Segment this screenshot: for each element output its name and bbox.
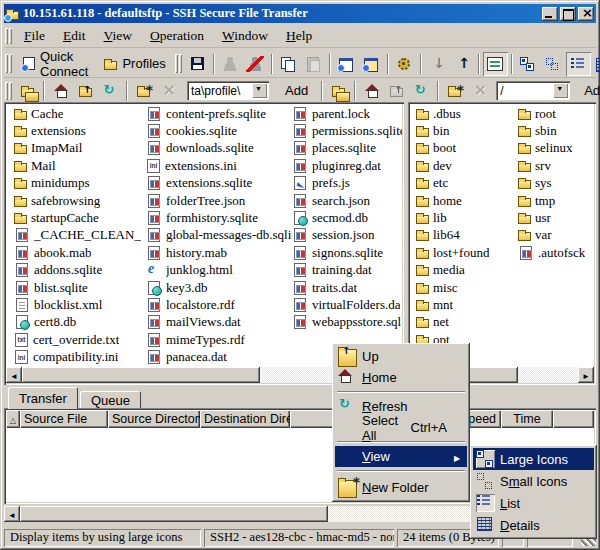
folder-file[interactable]: etc <box>416 175 518 192</box>
folder-file[interactable]: minidumps <box>14 175 146 192</box>
doc-file[interactable]: cookies.sqlite <box>146 122 292 139</box>
details-toolbar-button[interactable] <box>591 52 600 76</box>
queue-tab[interactable]: Queue <box>80 391 141 409</box>
folder-file[interactable]: safebrowsing <box>14 192 146 209</box>
folder-file[interactable]: var <box>518 227 594 244</box>
remote-path-dropdown-icon[interactable] <box>553 83 568 98</box>
folder-file[interactable]: mnt <box>416 296 518 313</box>
doc-file[interactable]: blist.sqlite <box>14 279 146 296</box>
folder-file[interactable]: tmp <box>518 192 594 209</box>
win-folder-toolbar-button[interactable] <box>359 52 384 76</box>
toolbar-gripper[interactable] <box>5 78 12 103</box>
home-menu-item[interactable]: Home <box>335 367 467 388</box>
user-toolbar-button[interactable] <box>218 52 243 76</box>
view-menu-item[interactable]: View <box>335 446 467 467</box>
folder-file[interactable]: Cache <box>14 105 146 122</box>
ini-file[interactable]: compatibility.ini <box>14 348 146 365</box>
folder-file[interactable]: selinux <box>518 140 594 157</box>
folder-cd-local-toolbar-button[interactable] <box>15 79 40 103</box>
edit-menu[interactable]: Edit <box>54 26 95 46</box>
doc-file[interactable]: webappsstore.sql <box>292 314 402 331</box>
folder-file[interactable]: dev <box>416 157 518 174</box>
scrollbar-thumb[interactable] <box>20 506 328 522</box>
doc-file[interactable]: session.json <box>292 227 402 244</box>
local-path-combobox[interactable]: ta\profile\ <box>187 81 269 100</box>
doc-file[interactable]: folderTree.json <box>146 192 292 209</box>
doc-file[interactable]: places.sqlite <box>292 140 402 157</box>
doc-file[interactable]: training.dat <box>292 262 402 279</box>
toolbar-gripper[interactable] <box>5 50 12 77</box>
folder-file[interactable]: srv <box>518 157 594 174</box>
new-folder-menu-item[interactable]: New Folder <box>335 475 467 499</box>
time-column-header[interactable]: Time <box>501 410 553 428</box>
up-folder-menu-item[interactable]: Up <box>335 346 467 367</box>
folder-file[interactable]: home <box>416 192 518 209</box>
folder-file[interactable]: root <box>518 105 594 122</box>
details-menu-item[interactable]: Details <box>473 514 594 536</box>
doc-file[interactable]: parent.lock <box>292 105 402 122</box>
doc-file[interactable]: addons.sqlite <box>14 262 146 279</box>
doc-file[interactable]: content-prefs.sqlite <box>146 105 292 122</box>
arrow-down-toolbar-button[interactable] <box>425 52 450 76</box>
folder-file[interactable]: boot <box>416 140 518 157</box>
doc-file[interactable]: search.json <box>292 192 402 209</box>
doc-file[interactable]: permissions.sqlite <box>292 122 402 139</box>
maximize-window-button[interactable] <box>560 7 576 21</box>
profiles-button[interactable]: Profiles <box>96 52 173 76</box>
doc-file[interactable]: virtualFolders.da <box>292 296 402 313</box>
minimize-window-button[interactable] <box>542 7 558 21</box>
file-menu[interactable]: File <box>15 26 54 46</box>
remote-path-value[interactable]: / <box>498 83 553 98</box>
new-folder-remote-toolbar-button[interactable] <box>442 79 467 103</box>
doc-file[interactable]: formhistory.sqlite <box>146 209 292 226</box>
folder-file[interactable]: lost+found <box>416 244 518 261</box>
doc-file[interactable]: history.mab <box>146 244 292 261</box>
gear-toolbar-button[interactable] <box>392 52 417 76</box>
view-menu[interactable]: View <box>95 26 141 46</box>
ini-file[interactable]: extensions.ini <box>146 157 292 174</box>
folder-file[interactable]: lib <box>416 209 518 226</box>
window-menu[interactable]: Window <box>213 26 277 46</box>
item-column-header[interactable] <box>553 410 594 428</box>
folder-file[interactable]: net <box>416 314 518 331</box>
toolbar-gripper[interactable] <box>5 25 12 47</box>
save-toolbar-button[interactable] <box>185 52 210 76</box>
large-icons-toolbar-button[interactable] <box>516 52 541 76</box>
folder-file[interactable]: misc <box>416 279 518 296</box>
refresh-local-toolbar-button[interactable] <box>98 79 123 103</box>
local-path-value[interactable]: ta\profile\ <box>189 83 252 98</box>
copy-toolbar-button[interactable] <box>276 52 301 76</box>
list-toolbar-button[interactable] <box>566 52 591 76</box>
doc-file[interactable]: panacea.dat <box>146 348 292 365</box>
js-file[interactable]: prefs.js <box>292 175 402 192</box>
small-icons-toolbar-button[interactable] <box>541 52 566 76</box>
doc-file[interactable]: global-messages-db.sqlite <box>146 227 292 244</box>
source-directory-column-header[interactable]: Source Directory <box>108 410 200 428</box>
doc-file[interactable]: signons.sqlite <box>292 244 402 261</box>
folder-file[interactable]: Mail <box>14 157 146 174</box>
folder-file[interactable]: ImapMail <box>14 140 146 157</box>
win-new-toolbar-button[interactable] <box>334 52 359 76</box>
home-local-toolbar-button[interactable] <box>48 79 73 103</box>
folder-cd-remote-toolbar-button[interactable] <box>326 79 351 103</box>
remote-add-button[interactable]: Add <box>574 81 600 100</box>
scrollbar-thumb[interactable] <box>22 367 260 383</box>
user-x-toolbar-button[interactable] <box>243 52 268 76</box>
title-bar[interactable]: 10.151.61.118 - defaultsftp - SSH Secure… <box>4 4 596 23</box>
xml-file[interactable]: blocklist.xml <box>14 296 146 313</box>
folder-file[interactable]: bin <box>416 122 518 139</box>
item-column-header[interactable] <box>6 410 20 428</box>
doc-file[interactable]: pluginreg.dat <box>292 157 402 174</box>
doc-file[interactable]: traits.dat <box>292 279 402 296</box>
doc-file[interactable]: downloads.sqlite <box>146 140 292 157</box>
paste-toolbar-button[interactable] <box>301 52 326 76</box>
help-menu[interactable]: Help <box>277 26 321 46</box>
quick-connect-button[interactable]: Quick Connect <box>15 52 96 76</box>
folder-file[interactable]: media <box>416 262 518 279</box>
doc-file[interactable]: .autofsck <box>518 244 594 261</box>
folder-file[interactable]: startupCache <box>14 209 146 226</box>
html-file[interactable]: junklog.html <box>146 262 292 279</box>
refresh-remote-toolbar-button[interactable] <box>409 79 434 103</box>
destination-dire-column-header[interactable]: Destination Dire... <box>200 410 290 428</box>
folder-file[interactable]: sbin <box>518 122 594 139</box>
